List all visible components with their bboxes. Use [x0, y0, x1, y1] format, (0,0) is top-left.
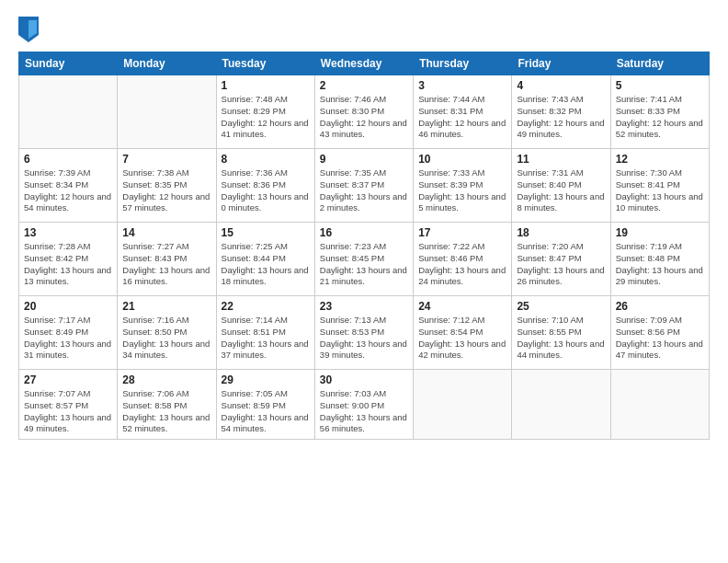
calendar-cell: 2Sunrise: 7:46 AM Sunset: 8:30 PM Daylig… — [314, 75, 413, 149]
calendar-cell — [512, 370, 610, 440]
day-info: Sunrise: 7:30 AM Sunset: 8:41 PM Dayligh… — [616, 167, 704, 214]
day-number: 9 — [320, 153, 408, 166]
calendar-cell — [414, 370, 512, 440]
day-info: Sunrise: 7:20 AM Sunset: 8:47 PM Dayligh… — [517, 241, 605, 288]
calendar-header-saturday: Saturday — [610, 52, 709, 75]
calendar-cell: 20Sunrise: 7:17 AM Sunset: 8:49 PM Dayli… — [19, 296, 118, 370]
day-info: Sunrise: 7:31 AM Sunset: 8:40 PM Dayligh… — [517, 167, 605, 214]
calendar-cell: 23Sunrise: 7:13 AM Sunset: 8:53 PM Dayli… — [314, 296, 413, 370]
day-info: Sunrise: 7:17 AM Sunset: 8:49 PM Dayligh… — [24, 315, 112, 362]
calendar-cell: 29Sunrise: 7:05 AM Sunset: 8:59 PM Dayli… — [216, 370, 314, 440]
day-number: 28 — [122, 373, 210, 386]
day-info: Sunrise: 7:10 AM Sunset: 8:55 PM Dayligh… — [517, 315, 605, 362]
day-number: 30 — [320, 373, 408, 386]
day-number: 17 — [418, 226, 506, 239]
calendar-header-wednesday: Wednesday — [314, 52, 413, 75]
calendar-cell: 24Sunrise: 7:12 AM Sunset: 8:54 PM Dayli… — [414, 296, 512, 370]
day-info: Sunrise: 7:06 AM Sunset: 8:58 PM Dayligh… — [122, 388, 210, 435]
day-number: 23 — [320, 300, 408, 313]
day-info: Sunrise: 7:38 AM Sunset: 8:35 PM Dayligh… — [122, 167, 210, 214]
day-number: 7 — [122, 153, 210, 166]
calendar-cell: 28Sunrise: 7:06 AM Sunset: 8:58 PM Dayli… — [118, 370, 216, 440]
day-number: 3 — [418, 79, 506, 92]
day-number: 12 — [616, 153, 704, 166]
calendar-week-row: 13Sunrise: 7:28 AM Sunset: 8:42 PM Dayli… — [19, 223, 710, 296]
calendar-cell: 18Sunrise: 7:20 AM Sunset: 8:47 PM Dayli… — [512, 223, 610, 296]
day-info: Sunrise: 7:23 AM Sunset: 8:45 PM Dayligh… — [320, 241, 408, 288]
day-number: 22 — [222, 300, 310, 313]
day-info: Sunrise: 7:48 AM Sunset: 8:29 PM Dayligh… — [222, 94, 310, 141]
calendar-cell — [118, 75, 216, 149]
logo — [18, 17, 42, 42]
day-info: Sunrise: 7:28 AM Sunset: 8:42 PM Dayligh… — [24, 241, 112, 288]
calendar-header-monday: Monday — [118, 52, 216, 75]
calendar-cell: 6Sunrise: 7:39 AM Sunset: 8:34 PM Daylig… — [19, 149, 118, 223]
calendar-cell — [610, 370, 709, 440]
calendar-week-row: 20Sunrise: 7:17 AM Sunset: 8:49 PM Dayli… — [19, 296, 710, 370]
calendar-cell: 13Sunrise: 7:28 AM Sunset: 8:42 PM Dayli… — [19, 223, 118, 296]
calendar-week-row: 1Sunrise: 7:48 AM Sunset: 8:29 PM Daylig… — [19, 75, 710, 149]
day-number: 14 — [122, 226, 210, 239]
calendar-cell: 22Sunrise: 7:14 AM Sunset: 8:51 PM Dayli… — [216, 296, 314, 370]
calendar-header-friday: Friday — [512, 52, 610, 75]
calendar-header-sunday: Sunday — [19, 52, 118, 75]
day-info: Sunrise: 7:03 AM Sunset: 9:00 PM Dayligh… — [320, 388, 408, 435]
day-info: Sunrise: 7:12 AM Sunset: 8:54 PM Dayligh… — [418, 315, 506, 362]
calendar-cell: 26Sunrise: 7:09 AM Sunset: 8:56 PM Dayli… — [610, 296, 709, 370]
day-info: Sunrise: 7:35 AM Sunset: 8:37 PM Dayligh… — [320, 167, 408, 214]
calendar-cell: 25Sunrise: 7:10 AM Sunset: 8:55 PM Dayli… — [512, 296, 610, 370]
page: SundayMondayTuesdayWednesdayThursdayFrid… — [0, 0, 728, 563]
day-info: Sunrise: 7:14 AM Sunset: 8:51 PM Dayligh… — [222, 315, 310, 362]
day-number: 6 — [24, 153, 112, 166]
calendar-cell: 3Sunrise: 7:44 AM Sunset: 8:31 PM Daylig… — [414, 75, 512, 149]
calendar-cell: 7Sunrise: 7:38 AM Sunset: 8:35 PM Daylig… — [118, 149, 216, 223]
day-number: 1 — [222, 79, 310, 92]
calendar-cell: 8Sunrise: 7:36 AM Sunset: 8:36 PM Daylig… — [216, 149, 314, 223]
calendar-cell: 30Sunrise: 7:03 AM Sunset: 9:00 PM Dayli… — [314, 370, 413, 440]
day-number: 24 — [418, 300, 506, 313]
calendar-header-row: SundayMondayTuesdayWednesdayThursdayFrid… — [19, 52, 710, 75]
day-number: 15 — [222, 226, 310, 239]
calendar-cell: 1Sunrise: 7:48 AM Sunset: 8:29 PM Daylig… — [216, 75, 314, 149]
day-number: 25 — [517, 300, 605, 313]
calendar-cell: 15Sunrise: 7:25 AM Sunset: 8:44 PM Dayli… — [216, 223, 314, 296]
day-info: Sunrise: 7:22 AM Sunset: 8:46 PM Dayligh… — [418, 241, 506, 288]
day-number: 21 — [122, 300, 210, 313]
calendar-cell: 19Sunrise: 7:19 AM Sunset: 8:48 PM Dayli… — [610, 223, 709, 296]
header — [18, 17, 710, 42]
day-number: 29 — [222, 373, 310, 386]
day-number: 26 — [616, 300, 704, 313]
day-info: Sunrise: 7:19 AM Sunset: 8:48 PM Dayligh… — [616, 241, 704, 288]
day-info: Sunrise: 7:33 AM Sunset: 8:39 PM Dayligh… — [418, 167, 506, 214]
day-number: 11 — [517, 153, 605, 166]
calendar-cell: 17Sunrise: 7:22 AM Sunset: 8:46 PM Dayli… — [414, 223, 512, 296]
day-info: Sunrise: 7:07 AM Sunset: 8:57 PM Dayligh… — [24, 388, 112, 435]
calendar-cell: 12Sunrise: 7:30 AM Sunset: 8:41 PM Dayli… — [610, 149, 709, 223]
day-info: Sunrise: 7:44 AM Sunset: 8:31 PM Dayligh… — [418, 94, 506, 141]
day-number: 16 — [320, 226, 408, 239]
day-number: 27 — [24, 373, 112, 386]
calendar-week-row: 27Sunrise: 7:07 AM Sunset: 8:57 PM Dayli… — [19, 370, 710, 440]
day-info: Sunrise: 7:27 AM Sunset: 8:43 PM Dayligh… — [122, 241, 210, 288]
day-info: Sunrise: 7:16 AM Sunset: 8:50 PM Dayligh… — [122, 315, 210, 362]
calendar-cell: 10Sunrise: 7:33 AM Sunset: 8:39 PM Dayli… — [414, 149, 512, 223]
day-info: Sunrise: 7:43 AM Sunset: 8:32 PM Dayligh… — [517, 94, 605, 141]
day-number: 2 — [320, 79, 408, 92]
calendar-cell: 9Sunrise: 7:35 AM Sunset: 8:37 PM Daylig… — [314, 149, 413, 223]
day-number: 18 — [517, 226, 605, 239]
day-number: 10 — [418, 153, 506, 166]
calendar-cell — [19, 75, 118, 149]
calendar-header-tuesday: Tuesday — [216, 52, 314, 75]
calendar-cell: 14Sunrise: 7:27 AM Sunset: 8:43 PM Dayli… — [118, 223, 216, 296]
day-info: Sunrise: 7:25 AM Sunset: 8:44 PM Dayligh… — [222, 241, 310, 288]
logo-icon — [18, 17, 39, 42]
day-info: Sunrise: 7:09 AM Sunset: 8:56 PM Dayligh… — [616, 315, 704, 362]
day-info: Sunrise: 7:36 AM Sunset: 8:36 PM Dayligh… — [222, 167, 310, 214]
day-number: 8 — [222, 153, 310, 166]
calendar-table: SundayMondayTuesdayWednesdayThursdayFrid… — [18, 52, 710, 440]
day-number: 4 — [517, 79, 605, 92]
day-info: Sunrise: 7:39 AM Sunset: 8:34 PM Dayligh… — [24, 167, 112, 214]
day-number: 20 — [24, 300, 112, 313]
day-info: Sunrise: 7:13 AM Sunset: 8:53 PM Dayligh… — [320, 315, 408, 362]
calendar-cell: 11Sunrise: 7:31 AM Sunset: 8:40 PM Dayli… — [512, 149, 610, 223]
